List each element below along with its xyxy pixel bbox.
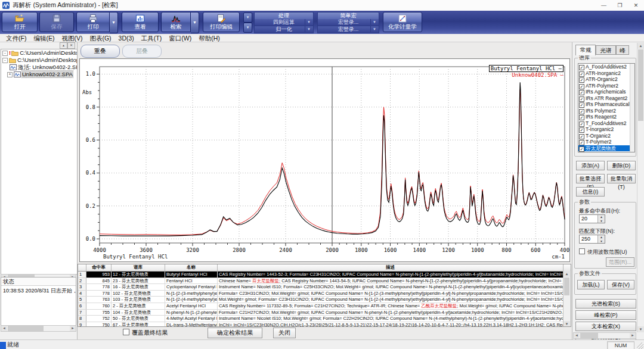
maximize-button[interactable]: ❐ (612, 0, 628, 11)
legend-unknown-entry[interactable]: Unknow0402.SPA — (489, 72, 564, 78)
library-item[interactable]: ✓IRs Agrichemicals (578, 89, 634, 95)
menu-item-7[interactable]: 帮助(H) (195, 34, 224, 42)
spectrum-chart[interactable]: 4000360032002800240020001800160014001200… (79, 58, 570, 262)
view-button[interactable]: 查看 (122, 12, 159, 32)
print-edit-button[interactable]: 打印编辑 (203, 12, 240, 32)
tree-item-spectrum[interactable]: +Unknow0402-2.SPA (1, 71, 77, 78)
panel-vertical-scrollbar[interactable]: ▲ ▼ (637, 43, 643, 332)
print-dropdown-arrow[interactable]: ▼ (110, 12, 118, 33)
library-item[interactable]: ✓ATR-Organic2 (578, 76, 634, 83)
scroll-up-icon[interactable]: ▲ (637, 43, 644, 49)
library-item[interactable]: ✓ATR-Inorganic2 (578, 70, 634, 77)
add-button[interactable]: 添加(A) (576, 161, 605, 170)
scroll-down-icon[interactable]: ▼ (637, 326, 644, 332)
use-range-checkbox[interactable] (579, 248, 585, 254)
menu-item-5[interactable]: 工具(T) (138, 34, 165, 42)
min-match-spinner[interactable]: 250 ▲▼ (579, 235, 605, 244)
table-row[interactable]: 975067 - 芬太尼类物质DL-trans-3-Methylfentanyl… (78, 322, 571, 327)
scroll-down-icon[interactable]: ▼ (564, 321, 570, 327)
library-checkbox[interactable]: ✓ (579, 147, 584, 152)
tree-collapse-icon[interactable]: - (2, 58, 8, 63)
menu-item-6[interactable]: 窗口(W) (165, 34, 195, 42)
overwrite-checkbox[interactable] (123, 329, 129, 335)
menu-item-0[interactable]: 文件(F) (2, 34, 30, 42)
status-panel-scrollbar[interactable]: ◄ ► (1, 325, 76, 332)
toolbar-overflow-top[interactable]: ▼ (243, 13, 252, 23)
use-range-checkbox-row[interactable]: 使用波数范围(U) (579, 248, 627, 256)
library-item[interactable]: ✓IRs ATR Reagent2 (578, 95, 634, 102)
tab-spectrum[interactable]: 光谱 (596, 45, 616, 55)
batch-cancel-button[interactable]: 批量取消(T) (607, 174, 636, 183)
search-button[interactable]: 检索 (161, 12, 191, 32)
search-dropdown-arrow[interactable]: ▼ (191, 12, 199, 33)
dock-pin-button[interactable]: ▴ (60, 42, 67, 49)
library-checkbox[interactable]: ✓ (579, 115, 584, 120)
scrollbar-thumb[interactable] (638, 49, 643, 121)
chemometrics-button[interactable]: 化学计量学 (383, 12, 422, 32)
library-item[interactable]: ✓T-Polymer2 (578, 139, 634, 145)
load-params-button[interactable]: 加载(L) (577, 280, 605, 289)
library-item[interactable]: ✓IRs Pharmaceuticals (578, 101, 634, 108)
overwrite-checkbox-row[interactable]: 覆盖最终结果 (123, 329, 168, 337)
library-item[interactable]: ✓T-Organic2 (578, 133, 634, 139)
tree-collapse-icon[interactable]: - (2, 51, 8, 56)
minimize-button[interactable]: — (596, 0, 612, 11)
text-search-button[interactable]: 文本检索(X) (575, 322, 636, 331)
tree-expand-icon[interactable]: + (7, 72, 13, 77)
peak-search-button[interactable]: 峰检索(P) (575, 310, 636, 320)
library-list-scrollbar[interactable] (630, 64, 634, 152)
library-list[interactable]: ✓A_FoodAdditives2✓ATR-Inorganic2✓ATR-Org… (578, 63, 635, 152)
library-checkbox[interactable]: ✓ (579, 65, 584, 70)
close-button[interactable]: ✕ (628, 0, 644, 11)
table-row[interactable]: 875250 - 芬太尼类物质4-Methyl Acetyl Fentanyl … (78, 316, 571, 322)
scrollbar-thumb[interactable] (564, 278, 569, 295)
table-row[interactable]: 67602 - 芬太尼类物质Acetyl Fentanyl HClCAS Reg… (78, 303, 571, 310)
library-checkbox[interactable]: ✓ (579, 102, 584, 108)
menu-item-1[interactable]: 编辑(E) (30, 34, 58, 42)
print-button[interactable]: 打印 (76, 12, 110, 32)
scrollbar-thumb[interactable] (580, 333, 598, 338)
scroll-left-icon[interactable]: ◄ (574, 333, 580, 338)
tab-peak[interactable]: 峰 (616, 45, 629, 55)
table-row[interactable]: 4778102 - 芬太尼类物质N-[1-[2-(3-methylphenyl)… (78, 291, 571, 297)
tree-item-active-spectrum[interactable]: 激活: Unknow0402-2.SPA (1, 64, 77, 71)
tree-item-root2[interactable]: -C:\Users\Admin\Desktop\U (1, 57, 77, 64)
tree-item-root1[interactable]: -!C:\Users\Admin\Desktop (1, 49, 77, 57)
table-row[interactable]: 284523 - 芬太尼类物质Fentanyl HClChinese Name=… (78, 278, 571, 285)
normalize-dropdown[interactable]: 归一化▼ (254, 26, 314, 33)
menu-item-2[interactable]: 视图(V) (58, 34, 86, 42)
dock-close-button[interactable]: ✕ (67, 42, 75, 49)
toolbar-overflow-bottom[interactable]: ▼ (243, 23, 252, 33)
menu-item-4[interactable]: 3D(3) (115, 34, 138, 42)
tab-general[interactable]: 常规 (575, 45, 596, 55)
panel-horizontal-scrollbar[interactable]: ◄ ► (573, 332, 636, 339)
table-row[interactable]: 7755104 - 芬太尼类物质N-phenyl-N-[1-(2-phenyle… (78, 310, 571, 316)
open-button[interactable]: 打开 (2, 12, 38, 32)
info-button[interactable]: 信息(I) (576, 187, 605, 197)
scroll-right-icon[interactable]: ► (70, 326, 76, 331)
table-row[interactable]: 377816 - 芬太尼类物质Cyclopentanoyl Fentanyl H… (78, 284, 571, 291)
library-item[interactable]: ✓IRs Polymer2 (578, 108, 634, 114)
library-item[interactable]: ✓芬太尼类物质 (578, 145, 634, 152)
delete-button[interactable]: 删除(D) (607, 161, 636, 170)
scroll-up-icon[interactable]: ▲ (564, 271, 570, 277)
legend-library-entry[interactable]: Butyryl Fentanyl HCl — (489, 65, 564, 72)
table-row[interactable]: 5763103 - 芬太尼类物质N-[1-[2-(4-methylphenyl)… (78, 297, 571, 303)
spin-down-icon[interactable]: ▼ (598, 219, 605, 223)
table-row[interactable]: 195312 - 芬太尼类物质Butyryl Fentanyl HClCAS R… (78, 272, 571, 278)
spectrum-search-button[interactable]: 光谱检索(S) (575, 299, 636, 309)
library-item[interactable]: ✓IRs Reagent2 (578, 114, 634, 120)
max-hits-spinner[interactable]: 20 ▲▼ (579, 214, 605, 223)
macro-record-dropdown-1[interactable]: 宏登录...▼ (317, 19, 379, 26)
arithmetic-dropdown[interactable]: 四则运算▼ (254, 19, 314, 26)
table-vertical-scrollbar[interactable]: ▲▼ (563, 271, 571, 327)
library-item[interactable]: ✓T-Inorganic2 (578, 126, 634, 133)
spin-down-icon[interactable]: ▼ (598, 239, 605, 244)
library-checkbox[interactable]: ✓ (579, 140, 584, 145)
library-item[interactable]: ✓ATR-Polymer2 (578, 83, 634, 89)
overlay-view-button[interactable]: 重叠 (80, 45, 120, 58)
batch-select-button[interactable]: 批量选择(E) (576, 174, 605, 183)
menu-item-3[interactable]: 图表(G) (86, 34, 114, 42)
resize-grip[interactable] (637, 342, 643, 349)
library-checkbox[interactable]: ✓ (579, 90, 584, 95)
